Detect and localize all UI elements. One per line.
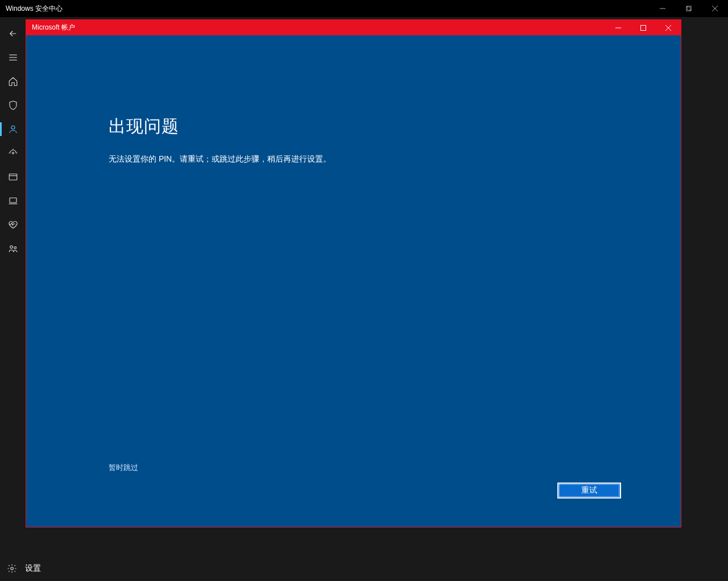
sidebar-item-home[interactable] xyxy=(0,69,26,93)
svg-point-9 xyxy=(12,153,14,154)
sidebar-item-family[interactable] xyxy=(0,237,26,261)
back-arrow-icon xyxy=(8,28,18,39)
sidebar-item-performance[interactable] xyxy=(0,213,26,237)
dialog-title: Microsoft 帐户 xyxy=(32,23,75,32)
dialog-heading: 出现问题 xyxy=(109,115,681,138)
settings-label: 设置 xyxy=(25,563,41,574)
gear-icon xyxy=(7,563,17,574)
person-icon xyxy=(8,124,18,134)
dialog-content: 出现问题 无法设置你的 PIN。请重试；或跳过此步骤，稍后再进行设置。 暂时跳过… xyxy=(26,35,681,527)
device-icon xyxy=(8,196,18,206)
sidebar-item-virus[interactable] xyxy=(0,93,26,117)
heart-icon xyxy=(8,220,18,230)
dialog-titlebar: Microsoft 帐户 xyxy=(26,20,681,35)
dialog-maximize-button[interactable] xyxy=(631,20,656,35)
retry-button[interactable]: 重试 xyxy=(557,483,621,498)
app-titlebar: Windows 安全中心 xyxy=(0,0,728,17)
svg-rect-2 xyxy=(686,7,690,11)
svg-rect-10 xyxy=(9,174,17,180)
shield-icon xyxy=(8,100,18,110)
minimize-icon xyxy=(660,6,665,11)
content-area: Microsoft 帐户 出现问题 无法设置你的 PIN。请重试；或跳过此步骤，… xyxy=(26,17,728,581)
sidebar xyxy=(0,17,26,581)
close-button[interactable] xyxy=(702,0,728,17)
sidebar-item-account[interactable] xyxy=(0,117,26,141)
svg-point-15 xyxy=(14,247,16,249)
sidebar-item-firewall[interactable] xyxy=(0,141,26,165)
close-icon xyxy=(665,25,671,31)
close-icon xyxy=(712,6,718,11)
dialog-minimize-button[interactable] xyxy=(606,20,631,35)
app-window-controls xyxy=(650,0,728,17)
minimize-button[interactable] xyxy=(650,0,676,17)
back-button[interactable] xyxy=(0,22,26,46)
svg-point-8 xyxy=(11,126,15,129)
skip-link[interactable]: 暂时跳过 xyxy=(109,463,138,473)
home-icon xyxy=(8,76,18,86)
svg-rect-17 xyxy=(641,25,646,30)
firewall-icon xyxy=(8,148,18,158)
dialog-window: Microsoft 帐户 出现问题 无法设置你的 PIN。请重试；或跳过此步骤，… xyxy=(26,19,681,528)
maximize-button[interactable] xyxy=(676,0,702,17)
family-icon xyxy=(8,244,18,254)
hamburger-icon xyxy=(8,52,18,63)
maximize-icon xyxy=(686,6,692,11)
dialog-close-button[interactable] xyxy=(656,20,681,35)
dialog-window-controls xyxy=(606,20,681,35)
svg-point-14 xyxy=(10,246,13,249)
menu-button[interactable] xyxy=(0,46,26,69)
sidebar-item-appcontrol[interactable] xyxy=(0,165,26,189)
app-browser-icon xyxy=(8,172,18,182)
sidebar-item-settings[interactable]: 设置 xyxy=(0,555,176,581)
svg-rect-12 xyxy=(10,198,16,203)
minimize-icon xyxy=(615,25,621,31)
sidebar-item-device[interactable] xyxy=(0,189,26,213)
svg-rect-1 xyxy=(687,6,692,10)
maximize-icon xyxy=(640,25,646,31)
app-title: Windows 安全中心 xyxy=(6,4,63,14)
dialog-message: 无法设置你的 PIN。请重试；或跳过此步骤，稍后再进行设置。 xyxy=(109,154,681,164)
svg-point-20 xyxy=(11,567,14,570)
